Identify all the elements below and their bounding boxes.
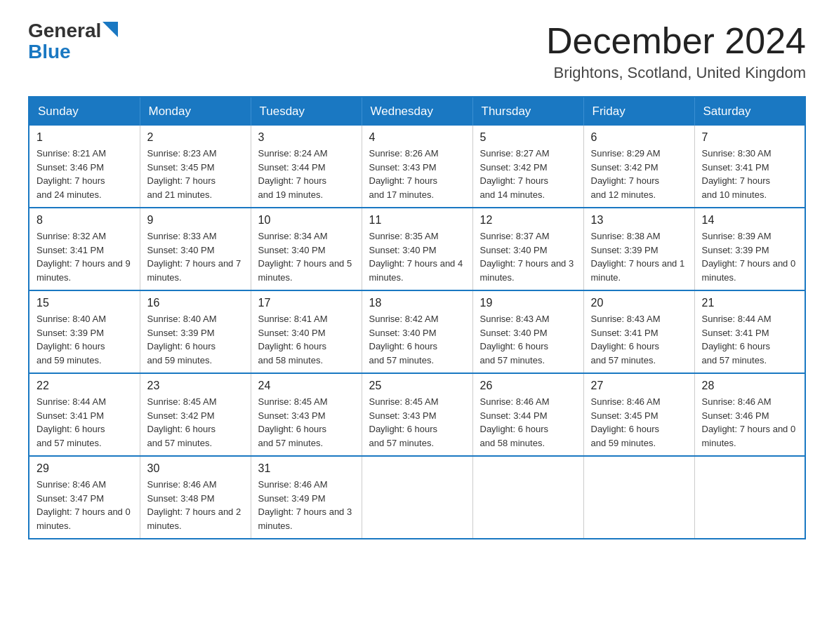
day-info: Sunrise: 8:46 AMSunset: 3:48 PMDaylight:… (147, 478, 244, 532)
calendar-week-row: 8 Sunrise: 8:32 AMSunset: 3:41 PMDayligh… (29, 208, 805, 290)
day-number: 18 (369, 297, 465, 309)
calendar-cell: 30 Sunrise: 8:46 AMSunset: 3:48 PMDaylig… (140, 456, 251, 539)
calendar-cell: 7 Sunrise: 8:30 AMSunset: 3:41 PMDayligh… (694, 126, 805, 208)
calendar-cell: 14 Sunrise: 8:39 AMSunset: 3:39 PMDaylig… (694, 208, 805, 290)
day-info: Sunrise: 8:33 AMSunset: 3:40 PMDaylight:… (147, 229, 244, 284)
day-info: Sunrise: 8:38 AMSunset: 3:39 PMDaylight:… (591, 229, 687, 284)
calendar-cell: 17 Sunrise: 8:41 AMSunset: 3:40 PMDaylig… (251, 290, 362, 373)
title-section: December 2024 Brightons, Scotland, Unite… (546, 21, 806, 82)
calendar-cell: 25 Sunrise: 8:45 AMSunset: 3:43 PMDaylig… (362, 373, 472, 456)
calendar-cell: 24 Sunrise: 8:45 AMSunset: 3:43 PMDaylig… (251, 373, 362, 456)
logo-general: General (28, 21, 101, 41)
calendar-cell: 5 Sunrise: 8:27 AMSunset: 3:42 PMDayligh… (472, 126, 583, 208)
day-info: Sunrise: 8:23 AMSunset: 3:45 PMDaylight:… (147, 147, 244, 201)
day-number: 9 (147, 214, 244, 227)
day-info: Sunrise: 8:46 AMSunset: 3:47 PMDaylight:… (37, 478, 133, 532)
calendar-header-wednesday: Wednesday (362, 97, 472, 126)
day-info: Sunrise: 8:44 AMSunset: 3:41 PMDaylight:… (37, 395, 133, 450)
day-info: Sunrise: 8:46 AMSunset: 3:46 PMDaylight:… (702, 395, 798, 450)
day-info: Sunrise: 8:41 AMSunset: 3:40 PMDaylight:… (258, 312, 355, 367)
day-info: Sunrise: 8:34 AMSunset: 3:40 PMDaylight:… (258, 229, 355, 284)
day-info: Sunrise: 8:45 AMSunset: 3:43 PMDaylight:… (369, 395, 465, 450)
day-number: 22 (37, 380, 133, 392)
calendar-week-row: 15 Sunrise: 8:40 AMSunset: 3:39 PMDaylig… (29, 290, 805, 373)
calendar-cell: 31 Sunrise: 8:46 AMSunset: 3:49 PMDaylig… (251, 456, 362, 539)
day-info: Sunrise: 8:35 AMSunset: 3:40 PMDaylight:… (369, 229, 465, 284)
calendar-cell: 16 Sunrise: 8:40 AMSunset: 3:39 PMDaylig… (140, 290, 251, 373)
day-number: 24 (258, 380, 355, 392)
day-number: 25 (369, 380, 465, 392)
calendar-cell: 20 Sunrise: 8:43 AMSunset: 3:41 PMDaylig… (583, 290, 694, 373)
calendar-cell: 22 Sunrise: 8:44 AMSunset: 3:41 PMDaylig… (29, 373, 140, 456)
calendar-cell: 26 Sunrise: 8:46 AMSunset: 3:44 PMDaylig… (472, 373, 583, 456)
day-number: 17 (258, 297, 355, 309)
day-number: 14 (702, 214, 798, 227)
calendar-cell: 4 Sunrise: 8:26 AMSunset: 3:43 PMDayligh… (362, 126, 472, 208)
calendar-cell: 21 Sunrise: 8:44 AMSunset: 3:41 PMDaylig… (694, 290, 805, 373)
day-info: Sunrise: 8:45 AMSunset: 3:43 PMDaylight:… (258, 395, 355, 450)
logo: General Blue (28, 21, 118, 63)
calendar-cell: 10 Sunrise: 8:34 AMSunset: 3:40 PMDaylig… (251, 208, 362, 290)
day-number: 11 (369, 214, 465, 227)
day-info: Sunrise: 8:29 AMSunset: 3:42 PMDaylight:… (591, 147, 687, 201)
month-title: December 2024 (546, 21, 806, 61)
day-info: Sunrise: 8:26 AMSunset: 3:43 PMDaylight:… (369, 147, 465, 201)
day-info: Sunrise: 8:46 AMSunset: 3:49 PMDaylight:… (258, 478, 355, 532)
page-header: General Blue December 2024 Brightons, Sc… (28, 21, 806, 82)
day-number: 16 (147, 297, 244, 309)
day-info: Sunrise: 8:32 AMSunset: 3:41 PMDaylight:… (37, 229, 133, 284)
calendar-header-row: SundayMondayTuesdayWednesdayThursdayFrid… (29, 97, 805, 126)
day-number: 26 (480, 380, 576, 392)
day-info: Sunrise: 8:46 AMSunset: 3:45 PMDaylight:… (591, 395, 687, 450)
day-number: 12 (480, 214, 576, 227)
calendar-cell: 11 Sunrise: 8:35 AMSunset: 3:40 PMDaylig… (362, 208, 472, 290)
calendar-header-monday: Monday (140, 97, 251, 126)
day-number: 6 (591, 131, 687, 144)
calendar-table: SundayMondayTuesdayWednesdayThursdayFrid… (28, 96, 806, 539)
calendar-cell: 18 Sunrise: 8:42 AMSunset: 3:40 PMDaylig… (362, 290, 472, 373)
calendar-header-saturday: Saturday (694, 97, 805, 126)
day-number: 23 (147, 380, 244, 392)
logo-blue: Blue (28, 41, 71, 62)
calendar-cell: 19 Sunrise: 8:43 AMSunset: 3:40 PMDaylig… (472, 290, 583, 373)
day-number: 8 (37, 214, 133, 227)
day-info: Sunrise: 8:44 AMSunset: 3:41 PMDaylight:… (702, 312, 798, 367)
calendar-cell: 28 Sunrise: 8:46 AMSunset: 3:46 PMDaylig… (694, 373, 805, 456)
calendar-week-row: 1 Sunrise: 8:21 AMSunset: 3:46 PMDayligh… (29, 126, 805, 208)
calendar-cell: 15 Sunrise: 8:40 AMSunset: 3:39 PMDaylig… (29, 290, 140, 373)
calendar-cell (694, 456, 805, 539)
calendar-cell: 29 Sunrise: 8:46 AMSunset: 3:47 PMDaylig… (29, 456, 140, 539)
calendar-cell (472, 456, 583, 539)
day-info: Sunrise: 8:21 AMSunset: 3:46 PMDaylight:… (37, 147, 133, 201)
calendar-cell: 8 Sunrise: 8:32 AMSunset: 3:41 PMDayligh… (29, 208, 140, 290)
day-number: 7 (702, 131, 798, 144)
calendar-cell: 23 Sunrise: 8:45 AMSunset: 3:42 PMDaylig… (140, 373, 251, 456)
calendar-week-row: 22 Sunrise: 8:44 AMSunset: 3:41 PMDaylig… (29, 373, 805, 456)
calendar-cell: 1 Sunrise: 8:21 AMSunset: 3:46 PMDayligh… (29, 126, 140, 208)
svg-marker-0 (102, 22, 118, 37)
day-number: 13 (591, 214, 687, 227)
day-info: Sunrise: 8:27 AMSunset: 3:42 PMDaylight:… (480, 147, 576, 201)
day-info: Sunrise: 8:40 AMSunset: 3:39 PMDaylight:… (37, 312, 133, 367)
calendar-cell: 9 Sunrise: 8:33 AMSunset: 3:40 PMDayligh… (140, 208, 251, 290)
calendar-cell: 27 Sunrise: 8:46 AMSunset: 3:45 PMDaylig… (583, 373, 694, 456)
day-info: Sunrise: 8:30 AMSunset: 3:41 PMDaylight:… (702, 147, 798, 201)
calendar-header-tuesday: Tuesday (251, 97, 362, 126)
day-number: 30 (147, 462, 244, 475)
day-number: 15 (37, 297, 133, 309)
day-number: 4 (369, 131, 465, 144)
day-number: 10 (258, 214, 355, 227)
day-info: Sunrise: 8:37 AMSunset: 3:40 PMDaylight:… (480, 229, 576, 284)
calendar-cell: 3 Sunrise: 8:24 AMSunset: 3:44 PMDayligh… (251, 126, 362, 208)
calendar-header-sunday: Sunday (29, 97, 140, 126)
calendar-cell: 6 Sunrise: 8:29 AMSunset: 3:42 PMDayligh… (583, 126, 694, 208)
calendar-header-thursday: Thursday (472, 97, 583, 126)
calendar-cell: 12 Sunrise: 8:37 AMSunset: 3:40 PMDaylig… (472, 208, 583, 290)
calendar-cell (583, 456, 694, 539)
day-number: 20 (591, 297, 687, 309)
day-info: Sunrise: 8:42 AMSunset: 3:40 PMDaylight:… (369, 312, 465, 367)
day-number: 27 (591, 380, 687, 392)
location: Brightons, Scotland, United Kingdom (546, 64, 806, 82)
day-number: 5 (480, 131, 576, 144)
day-number: 28 (702, 380, 798, 392)
